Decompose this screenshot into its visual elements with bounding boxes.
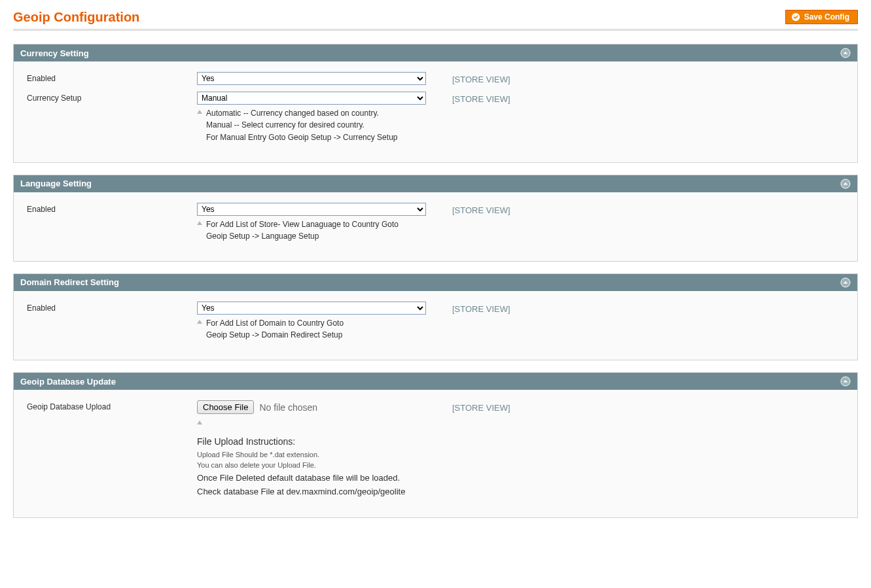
section-title: Language Setting — [20, 179, 92, 188]
section-currency: Currency Setting Enabled Yes [STORE VIEW… — [13, 44, 858, 163]
section-language: Language Setting Enabled Yes For Add Lis… — [13, 175, 858, 262]
instructions-line: Once File Deleted default database file … — [197, 472, 426, 485]
save-config-label: Save Config — [804, 12, 849, 22]
currency-enabled-select[interactable]: Yes — [197, 72, 426, 85]
field-label-enabled: Enabled — [27, 302, 197, 313]
section-db: Geoip Database Update Geoip Database Upl… — [13, 372, 858, 518]
page-title: Geoip Configuration — [13, 10, 139, 25]
scope-link[interactable]: [STORE VIEW] — [452, 402, 510, 415]
domain-enabled-select[interactable]: Yes — [197, 302, 426, 315]
field-label-enabled: Enabled — [27, 72, 197, 83]
chevron-up-icon — [840, 376, 851, 387]
chevron-up-icon — [840, 277, 851, 288]
save-config-button[interactable]: Save Config — [785, 10, 858, 24]
field-note-text: Automatic -- Currency changed based on c… — [206, 107, 397, 144]
section-header-currency[interactable]: Currency Setting — [14, 44, 857, 61]
section-header-language[interactable]: Language Setting — [14, 175, 857, 192]
check-circle-icon — [791, 12, 800, 22]
scope-link[interactable]: [STORE VIEW] — [452, 205, 510, 217]
triangle-up-icon — [197, 421, 202, 424]
triangle-up-icon — [197, 110, 202, 144]
choose-file-button[interactable]: Choose File — [197, 400, 254, 414]
currency-setup-select[interactable]: Manual — [197, 92, 426, 105]
field-note-text: For Add List of Store- View Lanaguage to… — [206, 218, 399, 243]
triangle-up-icon — [197, 221, 202, 243]
language-enabled-select[interactable]: Yes — [197, 203, 426, 216]
section-domain: Domain Redirect Setting Enabled Yes For … — [13, 273, 858, 360]
field-label-enabled: Enabled — [27, 203, 197, 214]
triangle-up-icon — [197, 320, 202, 341]
scope-link[interactable]: [STORE VIEW] — [452, 74, 510, 86]
divider — [13, 29, 858, 31]
section-title: Currency Setting — [20, 48, 89, 58]
section-header-db[interactable]: Geoip Database Update — [14, 373, 857, 390]
instructions-line: You can also delete your Upload File. — [197, 461, 426, 469]
scope-link[interactable]: [STORE VIEW] — [452, 94, 510, 106]
file-status: No file chosen — [259, 402, 317, 413]
instructions-title: File Upload Instructions: — [197, 436, 426, 447]
section-title: Domain Redirect Setting — [20, 277, 119, 287]
field-note-text: For Add List of Domain to Country Goto G… — [206, 317, 344, 341]
section-title: Geoip Database Update — [20, 377, 116, 387]
instructions-line: Check database File at dev.maxmind.com/g… — [197, 485, 426, 499]
chevron-up-icon — [840, 48, 851, 58]
instructions-line: Upload File Should be *.dat extension. — [197, 451, 426, 458]
scope-link[interactable]: [STORE VIEW] — [452, 303, 510, 316]
section-header-domain[interactable]: Domain Redirect Setting — [14, 274, 857, 291]
field-label-db-upload: Geoip Database Upload — [27, 400, 197, 411]
chevron-up-icon — [840, 179, 851, 189]
field-label-currency-setup: Currency Setup — [27, 92, 197, 103]
